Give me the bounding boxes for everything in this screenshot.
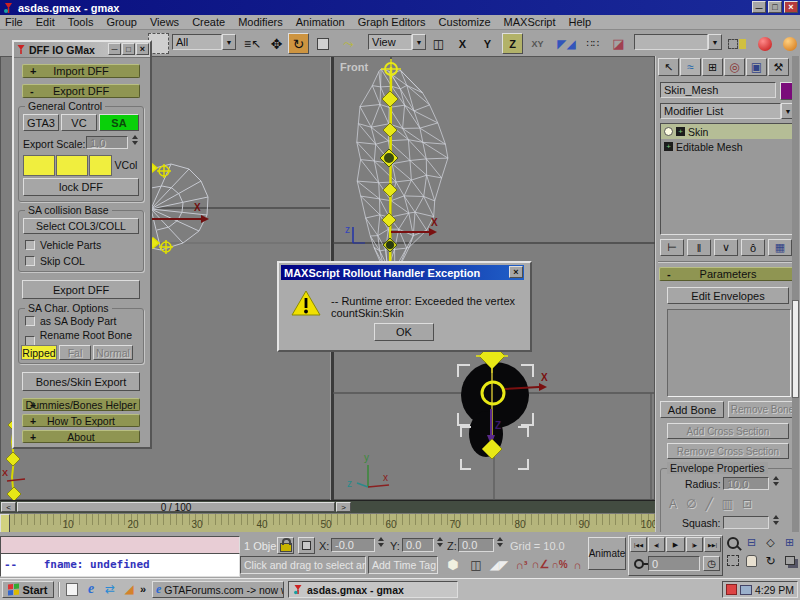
- go-to-end-button[interactable]: ▶▶|: [704, 537, 721, 552]
- slider-right-arrow[interactable]: >: [336, 502, 351, 512]
- align-icon[interactable]: ◪: [608, 33, 629, 54]
- error-close-button[interactable]: ×: [509, 266, 523, 278]
- tab-motion[interactable]: ◎: [724, 58, 745, 76]
- dff-dialog-titlebar[interactable]: DFF IO GMax — □ ×: [14, 42, 150, 58]
- time-slider-track[interactable]: < 0 / 100 >: [0, 500, 655, 513]
- quicklaunch-ie-icon[interactable]: e: [83, 581, 99, 597]
- quicklaunch-desktop-icon[interactable]: [64, 582, 80, 597]
- z-coord-spinner[interactable]: [495, 537, 504, 547]
- pan-icon[interactable]: [743, 553, 760, 568]
- dialog-close-button[interactable]: ×: [136, 43, 149, 55]
- rollout-export-dff[interactable]: - Export DFF: [22, 84, 140, 98]
- vertex-color-swatch-3[interactable]: [89, 155, 112, 176]
- tab-hierarchy[interactable]: ⊞: [702, 58, 723, 76]
- menu-help[interactable]: Help: [569, 16, 592, 28]
- named-selection-dropdown[interactable]: [634, 34, 708, 50]
- filter-dropdown-arrow-icon[interactable]: ▼: [222, 34, 236, 50]
- go-to-start-button[interactable]: |◀◀: [630, 537, 647, 552]
- coordinate-dropdown-arrow-icon[interactable]: ▼: [412, 34, 426, 50]
- menu-group[interactable]: Group: [106, 16, 137, 28]
- quicklaunch-overflow-chevron[interactable]: »: [138, 581, 148, 597]
- clip-toggle-icon[interactable]: ◫: [466, 556, 486, 573]
- quicklaunch-media-icon[interactable]: ⇄: [102, 581, 118, 597]
- play-button[interactable]: ▶: [666, 537, 685, 552]
- rollout-how-to-export[interactable]: + How To Export: [22, 414, 140, 427]
- vc-button[interactable]: VC: [61, 114, 97, 131]
- bones-skin-export-button[interactable]: Bones/Skin Export: [22, 372, 140, 391]
- tab-modify[interactable]: ≈: [680, 58, 701, 76]
- rollout-about[interactable]: + About: [22, 430, 140, 443]
- y-coord-spinner[interactable]: [435, 537, 444, 547]
- render-quick-icon[interactable]: [779, 33, 800, 54]
- render-scene-icon[interactable]: [754, 33, 775, 54]
- error-dialog-titlebar[interactable]: MAXScript Rollout Handler Exception ×: [281, 265, 524, 280]
- lock-dff-button[interactable]: lock DFF: [23, 178, 139, 196]
- rollout-dummies-bones[interactable]: + Dummies/Bones Helper: [22, 398, 140, 411]
- gta3-button[interactable]: GTA3: [23, 114, 59, 131]
- vehicle-parts-checkbox[interactable]: [25, 240, 35, 250]
- next-frame-button[interactable]: |▶: [686, 537, 703, 552]
- z-coord-field[interactable]: 0.0: [458, 538, 494, 552]
- select-and-rotate-icon[interactable]: ↻: [288, 33, 309, 54]
- menu-modifiers[interactable]: Modifiers: [238, 16, 283, 28]
- vertex-color-swatch-2[interactable]: [56, 155, 88, 176]
- y-coord-field[interactable]: 0.0: [402, 538, 434, 552]
- selection-filter-dropdown[interactable]: All: [172, 34, 222, 50]
- menu-edit[interactable]: Edit: [36, 16, 55, 28]
- select-and-scale-icon[interactable]: [312, 33, 333, 54]
- menu-customize[interactable]: Customize: [439, 16, 491, 28]
- window-close-button[interactable]: ×: [784, 1, 798, 13]
- menu-views[interactable]: Views: [150, 16, 179, 28]
- menu-animation[interactable]: Animation: [296, 16, 345, 28]
- restrict-y-button[interactable]: Y: [477, 33, 498, 54]
- edit-envelopes-button[interactable]: Edit Envelopes: [667, 287, 789, 304]
- export-dff-button[interactable]: Export DFF: [22, 280, 140, 299]
- show-end-result-icon[interactable]: ‖: [687, 239, 711, 256]
- menu-maxscript[interactable]: MAXScript: [504, 16, 556, 28]
- array-icon[interactable]: ∷∷: [582, 33, 603, 54]
- menu-tools[interactable]: Tools: [68, 16, 94, 28]
- vertex-color-swatch-1[interactable]: [23, 155, 55, 176]
- animate-button[interactable]: Animate: [588, 537, 626, 570]
- region-zoom-icon[interactable]: [724, 553, 741, 568]
- rollout-import-dff[interactable]: + Import DFF: [22, 64, 140, 78]
- export-scale-spinner[interactable]: [130, 135, 139, 145]
- absolute-offset-toggle[interactable]: [298, 537, 315, 554]
- modifier-list-dropdown[interactable]: Modifier List: [660, 103, 781, 119]
- dialog-maximize-button[interactable]: □: [122, 43, 135, 55]
- restrict-z-button[interactable]: Z: [502, 33, 523, 54]
- skip-col-checkbox[interactable]: [25, 256, 35, 266]
- sa-button[interactable]: SA: [99, 114, 139, 131]
- tray-icon-2[interactable]: [740, 585, 752, 595]
- min-max-toggle-icon[interactable]: [781, 553, 798, 568]
- modifier-plug-icon[interactable]: +: [676, 127, 685, 136]
- squash-spinner[interactable]: [771, 515, 780, 525]
- modifier-plug-icon[interactable]: +: [664, 142, 673, 151]
- select-by-name-icon[interactable]: ≡↖: [242, 33, 263, 54]
- mirror-icon[interactable]: ◤◢: [556, 33, 577, 54]
- vcol-button[interactable]: VCol: [112, 155, 140, 174]
- time-slider-thumb[interactable]: 0 / 100: [17, 502, 335, 512]
- current-frame-field[interactable]: 0: [648, 556, 700, 571]
- make-unique-icon[interactable]: ∨: [714, 239, 738, 256]
- panel-scrollbar[interactable]: [792, 56, 799, 538]
- pin-stack-icon[interactable]: ⊢: [660, 239, 684, 256]
- schematic-view-icon[interactable]: [726, 33, 747, 54]
- window-minimize-button[interactable]: —: [752, 1, 766, 13]
- spinner-snap-icon[interactable]: ∩: [570, 556, 585, 573]
- tab-create[interactable]: ↖: [658, 58, 679, 76]
- percent-snap-icon[interactable]: ∩%: [551, 556, 568, 573]
- stack-item-skin[interactable]: + Skin: [661, 124, 794, 139]
- zoom-all-icon[interactable]: ⊟: [743, 535, 760, 550]
- menu-create[interactable]: Create: [192, 16, 225, 28]
- arc-rotate-icon[interactable]: ↻: [762, 553, 779, 568]
- zoom-extents-icon[interactable]: ◇: [762, 535, 779, 550]
- select-and-move-icon[interactable]: ✥: [266, 33, 287, 54]
- selection-lock-button[interactable]: [277, 537, 294, 554]
- stack-item-editable-mesh[interactable]: + Editable Mesh: [661, 139, 794, 154]
- object-name-field[interactable]: Skin_Mesh: [660, 82, 776, 98]
- ok-button[interactable]: OK: [374, 323, 434, 341]
- taskbar-clock[interactable]: 4:29 PM: [755, 584, 794, 596]
- scrollbar-thumb[interactable]: [792, 300, 799, 398]
- add-bone-button[interactable]: Add Bone: [660, 401, 724, 418]
